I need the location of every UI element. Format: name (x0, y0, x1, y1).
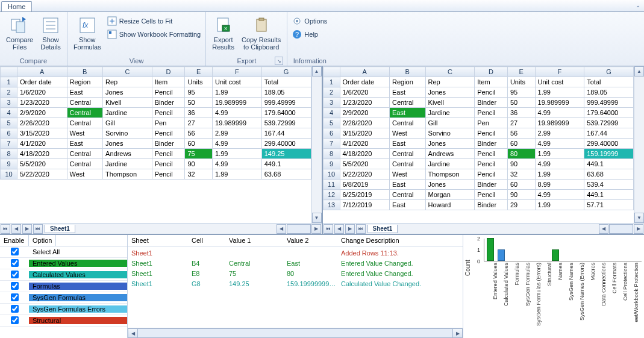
option-row[interactable]: SysGen Formulas Errors (0, 304, 127, 315)
svg-rect-14 (257, 19, 266, 31)
option-label: Formulas (29, 283, 127, 290)
sheet-nav-next[interactable]: ▶ (22, 224, 32, 234)
copy-results-label: Copy Results to Clipboard (242, 36, 281, 51)
sheet-nav-prev[interactable]: ◀ (11, 224, 21, 234)
option-label: Structural (29, 317, 127, 324)
option-row[interactable]: Calculated Values (0, 269, 127, 281)
detail-row[interactable]: Sheet1G8149.25159.19999999…Calculated Va… (128, 278, 463, 289)
left-vscroll[interactable]: ▲▼ (311, 66, 322, 223)
sheet-nav-last[interactable]: ⏭ (356, 224, 366, 234)
chart-xlabel: Structural (546, 263, 552, 335)
options-pane: Enable Option Select AllEntered ValuesCa… (0, 235, 128, 338)
chart-pane: Count 012 Entered ValuesCalculated Value… (463, 235, 644, 338)
show-formulas-icon: fx (78, 16, 97, 35)
option-checkbox[interactable] (0, 271, 29, 280)
chart-xlabel: Cell Protections (622, 263, 628, 335)
option-label: SysGen Formulas (29, 294, 127, 301)
copy-results-button[interactable]: Copy Results to Clipboard (238, 13, 284, 52)
ribbon-group-view: fx Show Formulas Resize Cells to Fit Sho… (67, 12, 206, 66)
svg-point-17 (296, 20, 298, 22)
svg-rect-1 (16, 22, 25, 33)
sheet-nav-next[interactable]: ▶ (345, 224, 355, 234)
show-formulas-button[interactable]: fx Show Formulas (70, 13, 105, 52)
help-icon: ? (292, 30, 302, 39)
right-vscroll[interactable]: ▲▼ (634, 66, 644, 223)
option-row[interactable]: Formulas (0, 281, 127, 292)
hdr-sheet[interactable]: Sheet (128, 235, 188, 246)
chart-ylabel: Count (464, 260, 471, 276)
hdr-desc[interactable]: Change Description (337, 235, 463, 246)
hdr-v2[interactable]: Value 2 (283, 235, 337, 246)
hdr-cell[interactable]: Cell (188, 235, 225, 246)
chart-plot: 012 (484, 239, 642, 261)
export-results-label: Export Results (212, 36, 234, 51)
compare-files-icon (10, 16, 30, 35)
chart-xlabel: SysGen Formulas (525, 263, 531, 335)
chart-xlabel: Formulas (514, 263, 520, 335)
right-grid[interactable]: ABCDEFG1Order dateRegionRepItemUnitsUnit… (323, 66, 634, 210)
option-checkbox[interactable] (0, 259, 29, 268)
details-pane: Sheet Cell Value 1 Value 2 Change Descri… (128, 235, 463, 338)
option-row[interactable]: Entered Values (0, 258, 127, 269)
detail-row[interactable]: Sheet1E87580Entered Value Changed. (128, 268, 463, 278)
show-details-button[interactable]: Show Details (37, 13, 64, 52)
left-hscroll[interactable]: ◀▶ (276, 224, 322, 234)
chart-xlabel: Entered Values (492, 263, 498, 335)
hdr-enable: Enable (0, 235, 29, 246)
tab-home[interactable]: Home (1, 1, 32, 11)
option-checkbox[interactable] (0, 316, 29, 325)
options-button[interactable]: Options (290, 14, 330, 28)
chart-xlabel: Calculated Values (503, 263, 509, 335)
compare-files-button[interactable]: Compare Files (2, 13, 37, 52)
left-sheet-tabs: ⏮ ◀ ▶ ⏭ Sheet1 ◀▶ (0, 223, 322, 234)
left-grid[interactable]: ABCDEFG1Order dateRegionRepItemUnitsUnit… (0, 66, 311, 180)
compare-files-label: Compare Files (6, 36, 33, 51)
minimize-ribbon-icon[interactable]: ⌃ (636, 5, 640, 11)
chart-xlabel: Cell Formats (611, 263, 617, 335)
option-row[interactable]: Select All (0, 246, 127, 258)
hdr-v1[interactable]: Value 1 (225, 235, 283, 246)
chart-bar (552, 249, 559, 261)
details-hscroll[interactable]: ◀▶ (128, 328, 463, 338)
resize-cells-label: Resize Cells to Fit (119, 17, 173, 25)
show-formatting-button[interactable]: Show Workbook Formatting (105, 28, 204, 41)
resize-cells-button[interactable]: Resize Cells to Fit (105, 14, 204, 28)
gear-icon (292, 16, 302, 26)
chart-xlabel: SysGen Formulas (Errors) (536, 263, 542, 335)
option-checkbox[interactable] (0, 248, 29, 257)
export-results-button[interactable]: X Export Results (208, 13, 238, 52)
svg-text:fx: fx (83, 21, 89, 30)
help-button[interactable]: ? Help (290, 28, 330, 41)
help-label: Help (304, 31, 318, 38)
option-row[interactable]: SysGen Formulas (0, 292, 127, 304)
ribbon-group-information: Options ? Help Information (287, 12, 332, 66)
sheet-nav-first[interactable]: ⏮ (324, 224, 333, 234)
formatting-icon (107, 30, 117, 39)
chart-bar (487, 238, 494, 261)
sheet-nav-first[interactable]: ⏮ (1, 224, 10, 234)
detail-row[interactable]: Sheet1Added Rows 11:13. (128, 248, 463, 258)
options-header: Enable Option (0, 235, 127, 246)
option-label: Select All (29, 248, 127, 255)
ribbon-group-export: X Export Results Copy Results to Clipboa… (206, 12, 287, 66)
svg-text:X: X (224, 26, 228, 31)
group-label-compare: Compare (2, 57, 64, 66)
option-row[interactable]: Structural (0, 315, 127, 327)
group-label-view: View (70, 57, 203, 66)
details-body: Sheet1Added Rows 11:13.Sheet1B4CentralEa… (128, 246, 463, 328)
ribbon: Compare Files Show Details Compare fx Sh… (0, 12, 644, 66)
detail-row[interactable]: Sheet1B4CentralEastEntered Value Changed… (128, 258, 463, 268)
sheet-nav-last[interactable]: ⏭ (33, 224, 43, 234)
sheet-tab-left[interactable]: Sheet1 (45, 225, 75, 233)
option-checkbox[interactable] (0, 305, 29, 314)
sheet-tab-right[interactable]: Sheet1 (367, 225, 398, 233)
right-hscroll[interactable]: ◀▶ (598, 224, 644, 234)
show-formulas-label: Show Formulas (73, 36, 101, 51)
export-dialog-launcher[interactable]: ↘ (275, 57, 283, 65)
resize-icon (107, 16, 117, 26)
option-checkbox[interactable] (0, 282, 29, 291)
compare-area: ABCDEFG1Order dateRegionRepItemUnitsUnit… (0, 66, 644, 234)
ribbon-group-compare: Compare Files Show Details Compare (0, 12, 67, 66)
sheet-nav-prev[interactable]: ◀ (334, 224, 344, 234)
option-checkbox[interactable] (0, 293, 29, 302)
